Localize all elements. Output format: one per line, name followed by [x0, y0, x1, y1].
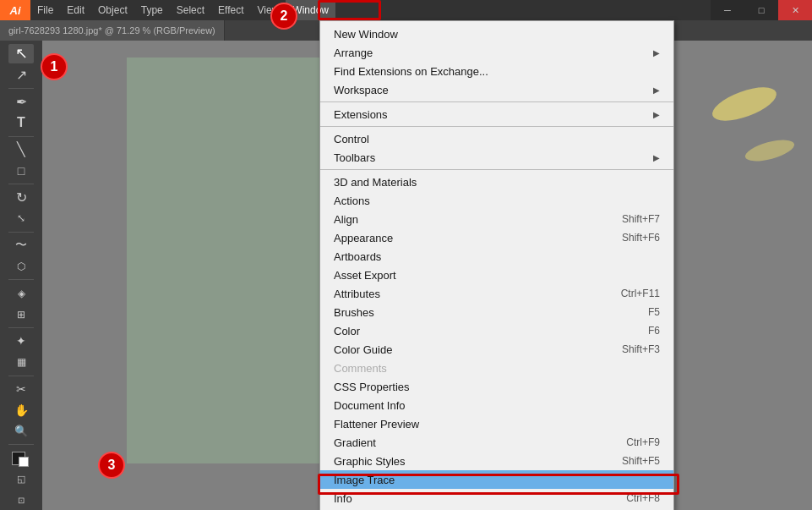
fill-button[interactable] [8, 448, 34, 468]
annotation-3: 3 [98, 452, 125, 479]
window-dropdown-menu: New Window Arrange ▶ Find Extensions on … [319, 20, 674, 510]
menu-object[interactable]: Object [91, 0, 134, 20]
tool-separator-3 [8, 184, 34, 184]
rectangle-tool-button[interactable]: □ [8, 161, 34, 180]
graph-button[interactable]: ▦ [8, 353, 34, 372]
menu-new-window[interactable]: New Window [320, 25, 673, 43]
menu-graphic-styles[interactable]: Graphic Styles Shift+F5 [320, 452, 673, 470]
minimize-button[interactable]: ─ [711, 0, 744, 20]
tool-separator-7 [8, 376, 34, 376]
tool-separator-6 [8, 327, 34, 328]
menubar: Ai File Edit Object Type Select Effect V… [0, 0, 812, 20]
menu-file[interactable]: File [30, 0, 60, 20]
menu-workspace[interactable]: Workspace ▶ [320, 80, 673, 99]
menu-color[interactable]: Color F6 [320, 321, 673, 340]
menu-artboards[interactable]: Artboards [320, 247, 673, 266]
toolbar-left: ↖ ↗ ✒ T ╲ □ ↻ ⤡ 〜 ⬡ ◈ ⊞ ✦ ▦ ✂ ✋ 🔍 ◱ ⊡ [0, 41, 42, 510]
tool-separator-5 [8, 279, 34, 280]
line-tool-button[interactable]: ╲ [8, 140, 34, 159]
pen-tool-button[interactable]: ✒ [8, 92, 34, 112]
menu-arrange[interactable]: Arrange ▶ [320, 43, 673, 62]
scissors-button[interactable]: ✂ [8, 380, 34, 399]
tool-separator-4 [8, 232, 34, 233]
menu-appearance[interactable]: Appearance Shift+F6 [320, 228, 673, 247]
menu-control[interactable]: Control [320, 129, 673, 148]
annotation-1: 1 [41, 53, 68, 80]
perspective-button[interactable]: ⊞ [8, 304, 34, 324]
warp-tool-button[interactable]: 〜 [8, 236, 34, 255]
hand-button[interactable]: ✋ [8, 401, 34, 420]
annotation-2: 2 [270, 3, 297, 30]
app-logo: Ai [0, 0, 30, 20]
menu-3d-materials[interactable]: 3D and Materials [320, 173, 673, 191]
maximize-button[interactable]: □ [744, 0, 778, 20]
menu-actions[interactable]: Actions [320, 191, 673, 210]
tool-separator-8 [8, 444, 34, 445]
screen-mode-button[interactable]: ⊡ [8, 491, 34, 510]
menu-edit[interactable]: Edit [60, 0, 91, 20]
close-button[interactable]: ✕ [778, 0, 812, 20]
menu-find-extensions[interactable]: Find Extensions on Exchange... [320, 62, 673, 80]
menu-comments: Comments [320, 359, 673, 377]
menu-align[interactable]: Align Shift+F7 [320, 210, 673, 228]
menu-select[interactable]: Select [170, 0, 211, 20]
window-menu-highlight-rect [318, 0, 381, 20]
menu-color-guide[interactable]: Color Guide Shift+F3 [320, 340, 673, 359]
menu-toolbars[interactable]: Toolbars ▶ [320, 148, 673, 167]
menu-gradient[interactable]: Gradient Ctrl+F9 [320, 433, 673, 452]
menu-document-info[interactable]: Document Info [320, 396, 673, 414]
menu-asset-export[interactable]: Asset Export [320, 266, 673, 284]
selection-tool-button[interactable]: ↖ [8, 44, 34, 63]
menu-sep-3 [320, 169, 673, 170]
menu-attributes[interactable]: Attributes Ctrl+F11 [320, 284, 673, 303]
type-tool-button[interactable]: T [8, 113, 34, 133]
menu-brushes[interactable]: Brushes F5 [320, 303, 673, 321]
menu-css-properties[interactable]: CSS Properties [320, 377, 673, 396]
scale-tool-button[interactable]: ⤡ [8, 209, 34, 228]
rotate-tool-button[interactable]: ↻ [8, 188, 34, 207]
menu-effect[interactable]: Effect [211, 0, 250, 20]
tool-separator-1 [8, 88, 34, 89]
change-mode-button[interactable]: ◱ [8, 469, 34, 489]
menu-type[interactable]: Type [134, 0, 170, 20]
document-tab[interactable]: girl-7628293 1280.jpg* @ 71.29 % (RGB/Pr… [0, 20, 225, 41]
direct-selection-tool-button[interactable]: ↗ [8, 65, 34, 85]
menu-extensions[interactable]: Extensions ▶ [320, 105, 673, 123]
symbol-button[interactable]: ✦ [8, 332, 34, 351]
menu-flattener-preview[interactable]: Flattener Preview [320, 414, 673, 433]
free-transform-button[interactable]: ⬡ [8, 257, 34, 277]
menu-sep-1 [320, 101, 673, 102]
image-trace-highlight-rect [318, 474, 679, 495]
zoom-button[interactable]: 🔍 [8, 421, 34, 441]
window-controls: ─ □ ✕ [711, 0, 812, 20]
shape-builder-button[interactable]: ◈ [8, 283, 34, 303]
tool-separator-2 [8, 136, 34, 137]
menu-sep-2 [320, 126, 673, 127]
